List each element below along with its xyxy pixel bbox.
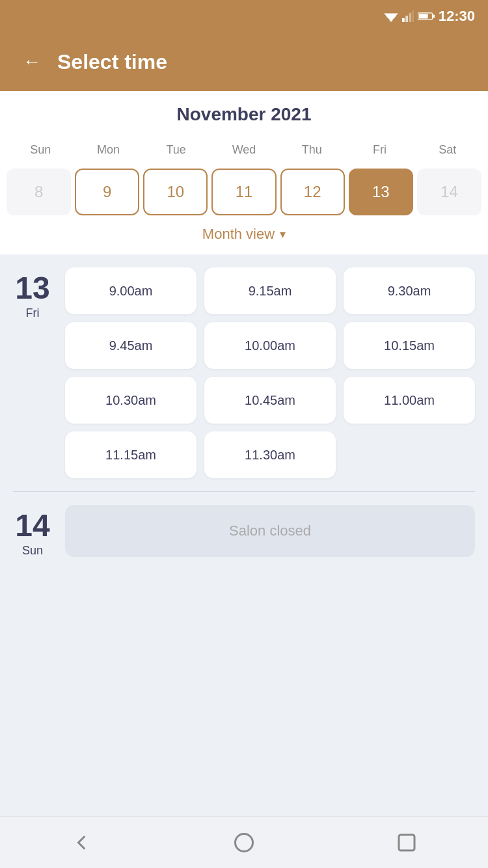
svg-rect-10 xyxy=(418,14,427,19)
day-cell-12[interactable]: 12 xyxy=(280,169,345,215)
time-slot-930am[interactable]: 9.30am xyxy=(344,267,475,314)
day-name-14: Sun xyxy=(22,544,43,558)
status-bar: 12:30 xyxy=(0,0,488,33)
month-view-label: Month view xyxy=(202,226,275,243)
page-title: Select time xyxy=(57,50,167,74)
nav-back-button[interactable] xyxy=(70,831,93,854)
nav-home-icon xyxy=(232,831,256,854)
day-cell-14[interactable]: 14 xyxy=(417,169,481,215)
wifi-icon xyxy=(384,11,398,21)
header: ← Select time xyxy=(0,33,488,91)
day-cell-10[interactable]: 10 xyxy=(143,169,208,215)
day-cell-8[interactable]: 8 xyxy=(7,169,71,215)
time-slot-1115am[interactable]: 11.15am xyxy=(65,431,197,478)
back-button[interactable]: ← xyxy=(20,48,44,75)
day-header-fri: Fri xyxy=(346,138,413,162)
time-section: 13 Fri 9.00am 9.15am 9.30am 9.45am 10.00… xyxy=(0,254,488,816)
time-slot-915am[interactable]: 9.15am xyxy=(204,267,336,314)
nav-recent-button[interactable] xyxy=(395,831,418,854)
time-slot-900am[interactable]: 9.00am xyxy=(65,267,197,314)
week-row: 8 9 10 11 12 13 14 xyxy=(7,169,481,215)
signal-icon xyxy=(402,10,414,22)
svg-rect-7 xyxy=(412,10,413,22)
day-number-14: 14 xyxy=(15,510,49,541)
time-slots-grid-13: 9.00am 9.15am 9.30am 9.45am 10.00am 10.1… xyxy=(65,267,475,478)
svg-point-3 xyxy=(390,20,392,21)
calendar-section: November 2021 Sun Mon Tue Wed Thu Fri Sa… xyxy=(0,91,488,254)
status-icons: 12:30 xyxy=(384,8,475,25)
nav-recent-icon xyxy=(395,831,418,854)
nav-bar xyxy=(0,816,488,868)
day-headers: Sun Mon Tue Wed Thu Fri Sat xyxy=(7,138,481,162)
time-slot-1130am[interactable]: 11.30am xyxy=(204,431,336,478)
svg-rect-5 xyxy=(405,16,408,22)
salon-closed-label: Salon closed xyxy=(229,522,311,539)
day-header-thu: Thu xyxy=(278,138,346,162)
time-slot-945am[interactable]: 9.45am xyxy=(65,322,197,369)
time-slot-1015am[interactable]: 10.15am xyxy=(344,322,475,369)
section-divider xyxy=(13,491,475,492)
nav-home-button[interactable] xyxy=(232,831,256,854)
salon-closed-box: Salon closed xyxy=(65,505,475,557)
day-header-wed: Wed xyxy=(210,138,278,162)
day-cell-11[interactable]: 11 xyxy=(211,169,276,215)
time-slot-1045am[interactable]: 10.45am xyxy=(204,377,336,424)
day-header-mon: Mon xyxy=(74,138,142,162)
nav-back-icon xyxy=(70,831,93,854)
svg-rect-12 xyxy=(399,835,414,850)
day-label-14: 14 Sun xyxy=(13,505,52,558)
time-slot-1030am[interactable]: 10.30am xyxy=(65,377,197,424)
time-slot-1000am[interactable]: 10.00am xyxy=(204,322,336,369)
day-block-14: 14 Sun Salon closed xyxy=(13,505,475,558)
day-number-13: 13 xyxy=(15,273,49,304)
day-header-sun: Sun xyxy=(7,138,74,162)
svg-rect-4 xyxy=(402,18,405,22)
svg-rect-6 xyxy=(409,13,411,22)
day-label-13: 13 Fri xyxy=(13,267,52,478)
day-header-sat: Sat xyxy=(414,138,481,162)
chevron-down-icon: ▾ xyxy=(280,227,286,241)
svg-rect-9 xyxy=(433,14,435,18)
time-slot-1100am[interactable]: 11.00am xyxy=(344,377,475,424)
month-view-toggle[interactable]: Month view ▾ xyxy=(0,215,488,254)
day-cell-13[interactable]: 13 xyxy=(349,169,413,215)
day-block-13: 13 Fri 9.00am 9.15am 9.30am 9.45am 10.00… xyxy=(13,267,475,478)
day-header-tue: Tue xyxy=(142,138,210,162)
battery-icon xyxy=(418,11,435,21)
day-cell-9[interactable]: 9 xyxy=(75,169,139,215)
svg-point-11 xyxy=(236,834,253,851)
status-time: 12:30 xyxy=(439,8,475,25)
month-year-title: November 2021 xyxy=(0,104,488,125)
day-name-13: Fri xyxy=(26,306,40,320)
